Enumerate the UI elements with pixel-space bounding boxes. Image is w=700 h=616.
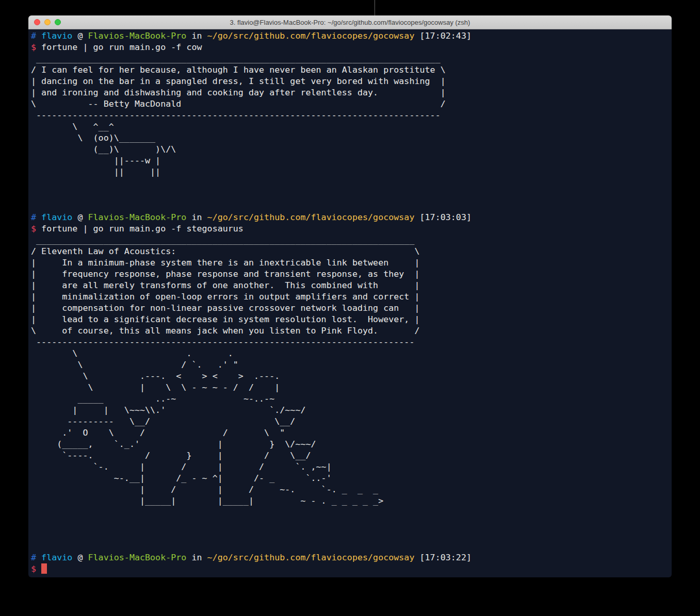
terminal-cursor bbox=[41, 563, 47, 574]
blank-lines bbox=[31, 506, 672, 552]
prompt-in: in bbox=[191, 552, 207, 562]
close-button[interactable] bbox=[34, 19, 40, 25]
cowsay-stegosaurus-output: ________________________________________… bbox=[31, 234, 672, 506]
input-line[interactable]: $ bbox=[31, 563, 672, 574]
prompt-at: @ bbox=[77, 552, 88, 562]
prompt-timestamp: [17:03:22] bbox=[420, 552, 471, 562]
terminal-window: 3. flavio@Flavios-MacBook-Pro: ~/go/src/… bbox=[28, 15, 672, 577]
prompt-line-3: # flavio @ Flavios-MacBook-Pro in ~/go/s… bbox=[31, 552, 672, 563]
prompt-at: @ bbox=[77, 212, 88, 222]
blank-lines bbox=[31, 177, 672, 211]
window-titlebar[interactable]: 3. flavio@Flavios-MacBook-Pro: ~/go/src/… bbox=[28, 15, 672, 29]
prompt-dollar: $ bbox=[31, 42, 41, 52]
prompt-line-2: # flavio @ Flavios-MacBook-Pro in ~/go/s… bbox=[31, 211, 672, 223]
minimize-button[interactable] bbox=[44, 19, 51, 25]
prompt-host: Flavios-MacBook-Pro bbox=[88, 212, 192, 222]
prompt-path: ~/go/src/github.com/flaviocopes/gocowsay bbox=[207, 30, 420, 41]
prompt-dollar: $ bbox=[31, 563, 41, 574]
prompt-line-1: # flavio @ Flavios-MacBook-Pro in ~/go/s… bbox=[31, 30, 672, 41]
traffic-lights bbox=[34, 15, 61, 29]
command-text: fortune | go run main.go -f stegosaurus bbox=[41, 223, 243, 234]
prompt-path: ~/go/src/github.com/flaviocopes/gocowsay bbox=[207, 552, 420, 562]
prompt-user: flavio bbox=[41, 212, 77, 222]
prompt-timestamp: [17:03:03] bbox=[420, 212, 471, 222]
prompt-hash: # bbox=[31, 212, 41, 222]
command-text: fortune | go run main.go -f cow bbox=[41, 42, 202, 52]
prompt-path: ~/go/src/github.com/flaviocopes/gocowsay bbox=[207, 212, 420, 222]
prompt-hash: # bbox=[31, 552, 41, 562]
prompt-hash: # bbox=[31, 30, 41, 41]
prompt-in: in bbox=[191, 212, 207, 222]
command-line-2: $ fortune | go run main.go -f stegosauru… bbox=[31, 223, 672, 234]
window-title: 3. flavio@Flavios-MacBook-Pro: ~/go/src/… bbox=[230, 19, 470, 26]
desktop-artifact-line bbox=[375, 0, 375, 16]
fullscreen-button[interactable] bbox=[55, 19, 61, 25]
prompt-in: in bbox=[191, 30, 207, 41]
prompt-user: flavio bbox=[41, 552, 77, 562]
prompt-host: Flavios-MacBook-Pro bbox=[88, 552, 192, 562]
prompt-at: @ bbox=[77, 30, 88, 41]
cowsay-cow-output: ________________________________________… bbox=[31, 53, 672, 177]
prompt-host: Flavios-MacBook-Pro bbox=[88, 30, 192, 41]
prompt-user: flavio bbox=[41, 30, 77, 41]
desktop-background: 3. flavio@Flavios-MacBook-Pro: ~/go/src/… bbox=[0, 0, 700, 616]
prompt-dollar: $ bbox=[31, 223, 41, 234]
prompt-timestamp: [17:02:43] bbox=[420, 30, 471, 41]
command-line-1: $ fortune | go run main.go -f cow bbox=[31, 41, 672, 53]
terminal-content[interactable]: # flavio @ Flavios-MacBook-Pro in ~/go/s… bbox=[28, 29, 672, 577]
